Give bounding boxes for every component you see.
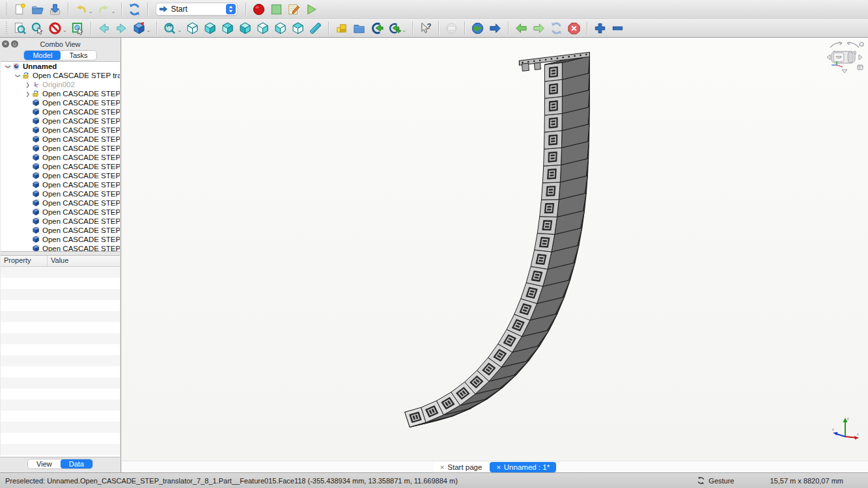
make-sub-link-button[interactable]: ⌄ (385, 20, 408, 36)
float-panel-icon[interactable]: ○ (11, 40, 18, 47)
tree-item[interactable]: Open CASCADE STEP translator (1, 244, 120, 252)
view-front-button[interactable] (201, 20, 219, 36)
macro-play-button[interactable] (303, 1, 320, 18)
tree-item[interactable]: Open CASCADE STEP translator (1, 162, 120, 171)
macro-stop-button[interactable] (268, 1, 285, 18)
view-fit-selection-button[interactable] (29, 20, 46, 36)
view-bottom-button[interactable] (272, 20, 289, 36)
dropdown-chevron-icon[interactable]: ⌄ (89, 10, 93, 14)
zoom-tools-button[interactable]: ⌄ (161, 20, 184, 36)
tree-item[interactable]: Open CASCADE STEP translator (1, 198, 120, 208)
tree-item[interactable]: Open CASCADE STEP translator (1, 171, 120, 180)
navigate-forward-button[interactable] (113, 20, 130, 36)
box-selection-button[interactable] (69, 20, 87, 36)
nav-cube-mini-cube-icon[interactable] (858, 65, 863, 70)
make-link-button[interactable] (368, 20, 385, 36)
part-feature-icon (31, 181, 40, 189)
dropdown-chevron-icon[interactable]: ⌄ (177, 29, 182, 33)
tree-item[interactable]: ❯Unnamed (1, 62, 120, 71)
tree-item[interactable]: ❯Origin002 (1, 80, 120, 89)
whats-this-button[interactable]: ? (417, 20, 434, 36)
workbench-selector[interactable]: Start (156, 3, 238, 16)
dropdown-chevron-icon[interactable]: ⌄ (63, 29, 67, 33)
tab-tasks[interactable]: Tasks (61, 51, 96, 60)
tree-item[interactable]: Open CASCADE STEP translator (1, 135, 120, 144)
texture-mapping-button[interactable] (443, 20, 460, 36)
tree-item[interactable]: Open CASCADE STEP translator (1, 226, 120, 235)
web-home-button[interactable] (469, 20, 486, 36)
macro-record-button[interactable] (250, 1, 268, 18)
tree-item-label: Open CASCADE STEP translator (42, 90, 120, 98)
toolbar-grip[interactable] (5, 3, 9, 16)
tab-data[interactable]: Data (61, 459, 92, 468)
view-isometric-button[interactable] (184, 20, 201, 36)
minus-icon (611, 21, 624, 35)
tab-view[interactable]: View (28, 459, 61, 468)
tree-item[interactable]: Open CASCADE STEP translator (1, 208, 120, 217)
zoom-in-button[interactable] (591, 20, 609, 36)
redo-button[interactable]: ⌄ (95, 1, 118, 18)
close-panel-icon[interactable]: × (2, 40, 9, 47)
web-forward-button[interactable] (530, 20, 548, 36)
cube-bottom-icon (273, 21, 287, 35)
tree-expander[interactable]: ❯ (5, 63, 11, 70)
web-go-button[interactable] (486, 20, 504, 36)
navigate-back-button[interactable] (95, 20, 113, 36)
toolbar-grip[interactable] (5, 21, 9, 34)
property-table-header[interactable]: Property Value (1, 256, 120, 267)
tree-item[interactable]: Open CASCADE STEP translator (1, 116, 120, 126)
tree-expander[interactable]: ❯ (24, 91, 31, 97)
view-fit-all-button[interactable] (11, 20, 29, 36)
measure-distance-button[interactable] (307, 20, 324, 36)
web-refresh-button[interactable] (548, 20, 565, 36)
axonometric-cube-icon (132, 21, 146, 35)
property-row (1, 455, 120, 457)
mdi-tab[interactable]: ×Unnamed : 1* (490, 462, 556, 472)
view-right-button[interactable] (236, 20, 254, 36)
combo-view-panel: × ○ Combo View ModelTasks ❯Unnamed❯Open … (0, 38, 121, 472)
tree-item[interactable]: Open CASCADE STEP translator (1, 189, 120, 198)
view-axonometric-button[interactable]: ⌄ (130, 20, 153, 36)
new-document-button[interactable] (11, 1, 29, 18)
tree-item[interactable]: Open CASCADE STEP translator (1, 98, 120, 107)
tree-item[interactable]: Open CASCADE STEP translator (1, 235, 120, 244)
tree-item[interactable]: Open CASCADE STEP translator (1, 144, 120, 153)
zoom-out-button[interactable] (609, 20, 626, 36)
view-rear-button[interactable] (254, 20, 272, 36)
web-stop-button[interactable] (565, 20, 583, 36)
tree-expander[interactable]: ❯ (24, 82, 31, 88)
navigation-style[interactable]: Gesture (697, 476, 734, 485)
view-left-button[interactable] (289, 20, 307, 36)
view-top-button[interactable] (219, 20, 236, 36)
tab-model[interactable]: Model (24, 51, 61, 60)
close-icon[interactable]: × (496, 463, 500, 471)
tree-item[interactable]: Open CASCADE STEP translator (1, 153, 120, 162)
tree-expander[interactable]: ❯ (15, 72, 21, 79)
mdi-tab[interactable]: ×Start page (434, 462, 489, 472)
tree-item[interactable]: Open CASCADE STEP translator (1, 126, 120, 135)
tree-item[interactable]: Open CASCADE STEP translator (1, 180, 120, 189)
3d-viewport[interactable]: TOP y x z (122, 38, 868, 461)
tree-item[interactable]: ❯Open CASCADE STEP translator (1, 89, 120, 98)
draw-style-button[interactable]: ⌄ (46, 20, 69, 36)
dropdown-chevron-icon[interactable]: ⌄ (147, 29, 151, 33)
macro-edit-button[interactable] (285, 1, 303, 18)
create-group-button[interactable] (350, 20, 368, 36)
dropdown-chevron-icon[interactable]: ⌄ (111, 10, 116, 14)
close-icon[interactable]: × (440, 463, 444, 471)
column-property: Property (1, 256, 48, 266)
save-document-button[interactable] (46, 1, 64, 18)
create-part-button[interactable] (333, 20, 350, 36)
refresh-light-icon (550, 21, 563, 35)
tree-item[interactable]: Open CASCADE STEP translator (1, 217, 120, 226)
undo-button[interactable]: ⌄ (72, 1, 95, 18)
dropdown-chevron-icon[interactable]: ⌄ (402, 29, 406, 33)
web-back-button[interactable] (512, 20, 530, 36)
navigation-cube[interactable]: TOP (825, 39, 865, 77)
refresh-document-button[interactable] (126, 1, 143, 18)
tree-item[interactable]: ❯Open CASCADE STEP translator (1, 71, 120, 80)
cad-model-line-array[interactable] (122, 38, 868, 461)
open-document-button[interactable] (29, 1, 46, 18)
tree-item[interactable]: Open CASCADE STEP translator (1, 107, 120, 116)
tree-item-label: Open CASCADE STEP translator (42, 245, 120, 252)
